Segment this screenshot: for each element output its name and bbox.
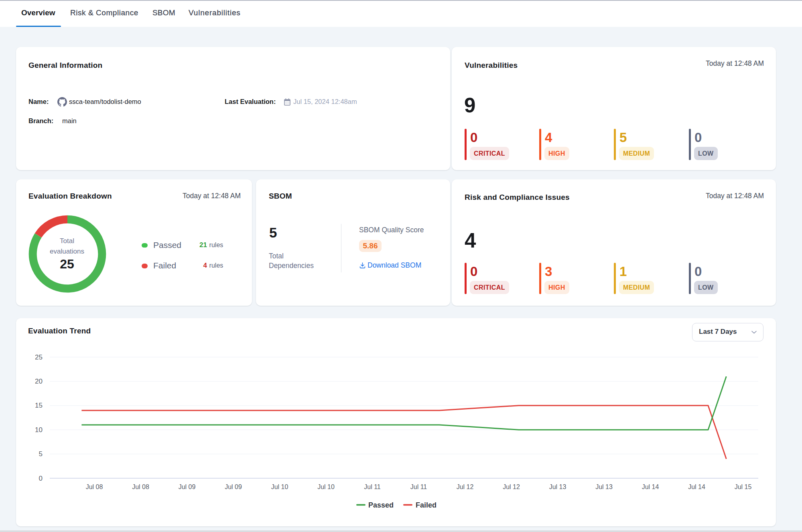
svg-text:Jul 09: Jul 09 bbox=[225, 483, 242, 490]
svg-text:0: 0 bbox=[39, 475, 43, 482]
svg-text:25: 25 bbox=[35, 353, 43, 361]
svg-text:Jul 13: Jul 13 bbox=[549, 483, 566, 490]
svg-text:Jul 10: Jul 10 bbox=[271, 483, 288, 490]
svg-text:Jul 10: Jul 10 bbox=[317, 483, 335, 490]
svg-text:Jul 08: Jul 08 bbox=[86, 483, 103, 490]
svg-text:Passed: Passed bbox=[368, 501, 394, 509]
svg-text:Jul 14: Jul 14 bbox=[642, 483, 659, 490]
svg-text:15: 15 bbox=[35, 402, 43, 409]
svg-text:Jul 11: Jul 11 bbox=[364, 483, 381, 490]
svg-text:10: 10 bbox=[35, 426, 43, 434]
svg-text:Jul 15: Jul 15 bbox=[735, 483, 752, 490]
svg-text:Jul 14: Jul 14 bbox=[688, 483, 705, 490]
svg-text:Failed: Failed bbox=[416, 501, 437, 509]
svg-text:Jul 08: Jul 08 bbox=[132, 483, 149, 490]
svg-text:Jul 09: Jul 09 bbox=[179, 483, 196, 490]
svg-text:Jul 11: Jul 11 bbox=[410, 483, 427, 490]
svg-text:5: 5 bbox=[39, 450, 43, 458]
svg-text:Jul 12: Jul 12 bbox=[503, 483, 520, 490]
svg-text:20: 20 bbox=[35, 378, 43, 385]
svg-text:Jul 12: Jul 12 bbox=[457, 483, 474, 490]
svg-text:Jul 13: Jul 13 bbox=[595, 483, 613, 490]
